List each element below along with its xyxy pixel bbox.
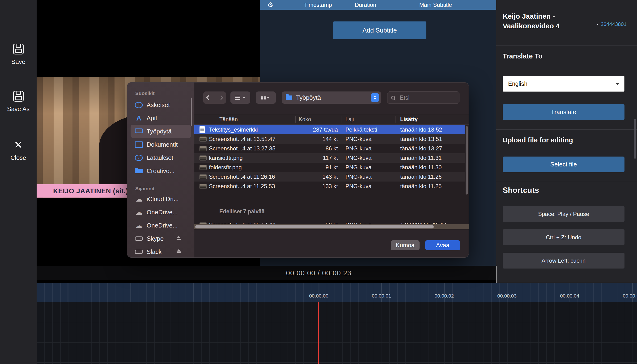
sidebar-item[interactable]: Dokumentit bbox=[131, 138, 191, 151]
file-added: tänään klo 11.25 bbox=[400, 183, 442, 190]
sidebar-item-label: Slack bbox=[147, 248, 162, 256]
sidebar-item[interactable]: Äskeiset bbox=[131, 98, 191, 112]
nav-buttons bbox=[203, 92, 226, 104]
sidebar-item[interactable]: Työpöytä bbox=[131, 125, 191, 138]
column-kind[interactable]: Laji bbox=[345, 116, 354, 122]
column-separator bbox=[395, 116, 395, 122]
file-name: kansiotftr.png bbox=[209, 155, 243, 161]
file-row[interactable]: Screenshot...1 at 15.14.4658 ktPNG-kuva1… bbox=[194, 220, 465, 224]
file-list-header[interactable]: Tänään Koko Laji Lisätty bbox=[194, 114, 469, 124]
location-label: Työpöytä bbox=[296, 94, 368, 101]
grid-view-icon bbox=[261, 96, 263, 98]
file-row[interactable]: kansiotftr.png117 ktPNG-kuvatänään klo 1… bbox=[194, 153, 465, 163]
timecode-display: 00:00:00 / 00:00:23 bbox=[286, 269, 352, 277]
video-id-row: - 264443801 bbox=[597, 21, 626, 27]
right-panel-scrollbar[interactable] bbox=[634, 119, 636, 159]
sidebar-item-label: Apit bbox=[147, 114, 157, 122]
project-title-line2: Vaalikonevideo 4 bbox=[503, 21, 560, 31]
dialog-main: Työpöytä Tänään Koko Laji Lisätty Teksti… bbox=[194, 82, 469, 258]
column-duration: Duration bbox=[355, 2, 376, 8]
save-as-button[interactable]: Save As bbox=[0, 91, 37, 113]
file-added: tänään klo 13.27 bbox=[400, 145, 442, 152]
divider bbox=[496, 46, 637, 46]
shortcut-button-2[interactable]: Arrow Left: cue in bbox=[503, 253, 624, 268]
subtitle-table-header: ⚙ Timestamp Duration Main Subtitle bbox=[260, 0, 496, 10]
file-row[interactable]: Screenshot...4 at 13.27.3586 ktPNG-kuvat… bbox=[194, 144, 465, 153]
image-file-icon bbox=[199, 165, 206, 170]
sidebar-item[interactable]: Creative... bbox=[131, 164, 191, 178]
list-view-control[interactable] bbox=[231, 92, 250, 104]
column-added[interactable]: Lisätty bbox=[400, 116, 418, 122]
sidebar-item-label: Skype bbox=[147, 235, 164, 242]
close-icon: × bbox=[15, 138, 23, 150]
sidebar-item[interactable]: ↓Lataukset bbox=[131, 151, 191, 164]
column-main-subtitle: Main Subtitle bbox=[419, 2, 452, 8]
sidebar-item[interactable]: ☁iCloud Dri... bbox=[131, 192, 191, 206]
right-panel: Keijo Jaatinen - Vaalikonevideo 4 - 2644… bbox=[496, 0, 637, 283]
column-timestamp: Timestamp bbox=[304, 2, 332, 8]
file-size: 287 tavua bbox=[294, 126, 338, 133]
open-button[interactable]: Avaa bbox=[425, 240, 460, 250]
favorites-list: ÄskeisetAApitTyöpöytäDokumentit↓Lataukse… bbox=[127, 98, 194, 178]
text-file-icon bbox=[199, 126, 205, 133]
settings-gear-icon[interactable]: ⚙ bbox=[267, 1, 273, 8]
save-as-label: Save As bbox=[7, 106, 30, 113]
ruler-label: 00:00:02 bbox=[435, 293, 454, 299]
sidebar-scrollbar[interactable] bbox=[191, 98, 192, 126]
column-separator bbox=[341, 116, 341, 122]
file-row[interactable]: Screenshot...4 at 11.25.53133 ktPNG-kuva… bbox=[194, 182, 465, 191]
timeline-ruler[interactable]: 00:00:0000:00:0100:00:0200:00:0300:00:04… bbox=[37, 283, 637, 302]
file-row[interactable]: Tekstitys_esimerkki287 tavuaPelkkä tekst… bbox=[194, 125, 465, 134]
horizontal-scrollbar[interactable] bbox=[194, 224, 469, 230]
sidebar-item[interactable]: Skype bbox=[131, 232, 191, 245]
shortcut-button-0[interactable]: Space: Play / Pause bbox=[503, 206, 624, 222]
file-row[interactable]: foldersftr.png91 ktPNG-kuvatänään klo 11… bbox=[194, 163, 465, 172]
cancel-button[interactable]: Kumoa bbox=[391, 240, 419, 250]
file-row[interactable]: Screenshot...4 at 11.26.16143 ktPNG-kuva… bbox=[194, 172, 465, 182]
shortcut-button-1[interactable]: Ctrl + Z: Undo bbox=[503, 230, 624, 245]
save-as-icon bbox=[13, 91, 24, 102]
video-id-link[interactable]: 264443801 bbox=[601, 21, 626, 27]
sidebar-item-label: iCloud Dri... bbox=[147, 196, 179, 203]
sidebar-item[interactable]: AApit bbox=[131, 112, 191, 125]
file-size: 133 kt bbox=[294, 183, 338, 190]
sidebar-item[interactable]: ☁OneDrive... bbox=[131, 206, 191, 219]
timeline-grid[interactable] bbox=[37, 302, 637, 364]
close-button[interactable]: × Close bbox=[0, 138, 37, 162]
file-row[interactable]: Screenshot...4 at 13.51.47144 ktPNG-kuva… bbox=[194, 134, 465, 144]
forward-icon[interactable] bbox=[219, 95, 223, 100]
stepper-chevrons-icon bbox=[371, 93, 379, 102]
file-name: Tekstitys_esimerkki bbox=[209, 126, 258, 133]
search-field[interactable] bbox=[387, 92, 460, 104]
file-kind: Pelkkä teksti bbox=[345, 126, 377, 133]
save-button[interactable]: Save bbox=[0, 44, 37, 66]
file-added: tänään klo 11.31 bbox=[400, 155, 442, 161]
sidebar-item-label: Työpöytä bbox=[147, 128, 172, 135]
folder-icon bbox=[286, 96, 292, 100]
add-subtitle-button[interactable]: Add Subtitle bbox=[333, 22, 427, 39]
image-file-icon bbox=[199, 174, 206, 180]
select-file-button[interactable]: Select file bbox=[503, 156, 624, 172]
sidebar-item[interactable]: ☁OneDrive... bbox=[131, 219, 191, 232]
eject-icon[interactable] bbox=[176, 249, 181, 254]
translate-button[interactable]: Translate bbox=[503, 104, 624, 120]
vertical-scrollbar[interactable] bbox=[466, 126, 468, 194]
back-icon[interactable] bbox=[206, 95, 211, 100]
playhead[interactable] bbox=[318, 302, 319, 364]
hscroll-thumb[interactable] bbox=[195, 225, 434, 228]
panel-seam bbox=[496, 266, 497, 283]
ruler-label: 00:00:05 bbox=[623, 293, 637, 299]
image-file-icon bbox=[199, 184, 206, 189]
translate-language-select[interactable]: English bbox=[503, 76, 624, 92]
column-size[interactable]: Koko bbox=[299, 116, 311, 122]
search-input[interactable] bbox=[400, 94, 452, 101]
sidebar-item[interactable]: Slack bbox=[131, 245, 191, 258]
location-dropdown[interactable]: Työpöytä bbox=[282, 92, 381, 104]
eject-icon[interactable] bbox=[176, 236, 181, 241]
file-added: tänään klo 13.52 bbox=[400, 126, 442, 133]
chevron-down-icon bbox=[243, 97, 246, 98]
dialog-sidebar: Suosikit ÄskeisetAApitTyöpöytäDokumentit… bbox=[127, 82, 194, 258]
grid-view-control[interactable] bbox=[256, 92, 276, 104]
ruler-label: 00:00:04 bbox=[560, 293, 579, 299]
apps-icon: A bbox=[135, 114, 143, 122]
